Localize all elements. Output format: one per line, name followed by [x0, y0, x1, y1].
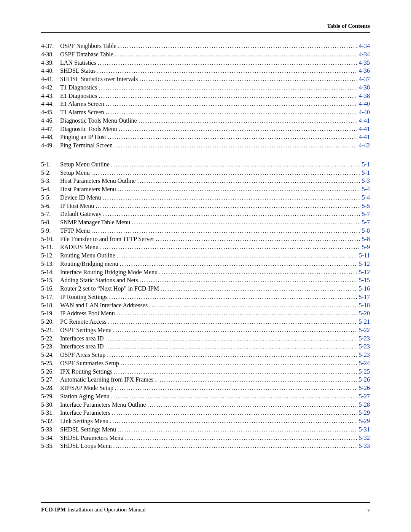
toc-entry-number: 5-12.	[41, 251, 60, 260]
toc-page-link[interactable]: 4-37	[357, 75, 370, 83]
toc-entry-number: 5-4.	[41, 185, 60, 193]
toc-entry-title: OSPF Areas Setup	[60, 351, 107, 359]
toc-entry-number: 5-13.	[41, 260, 60, 268]
toc-page-link[interactable]: 5-5	[360, 202, 370, 210]
toc-page-link[interactable]: 4-34	[357, 42, 370, 50]
toc-page-link[interactable]: 5-23	[357, 334, 370, 343]
toc-entry-number: 5-18.	[41, 301, 60, 310]
toc-row: 4-47.Diagnostic Tools Menu..............…	[41, 125, 370, 133]
toc-leader-dots: ........................................…	[139, 75, 357, 83]
toc-page-link[interactable]: 4-40	[357, 100, 370, 108]
toc-row: 5-31.Interface Parameters...............…	[41, 409, 370, 417]
toc-entry-title: Diagnostic Tools Menu Outline	[60, 117, 139, 125]
page: Table of Contents 4-37.OSPF Neighbors Ta…	[0, 0, 411, 532]
toc-entry-title: TFTP Menu	[60, 227, 91, 235]
toc-page-link[interactable]: 5-29	[357, 417, 370, 425]
toc-page-link[interactable]: 4-35	[357, 59, 370, 67]
toc-page-link[interactable]: 5-11	[357, 251, 370, 260]
toc-entry-title: IP Address Pool Menu	[60, 309, 116, 318]
toc-row: 5-15.Adding Static Stations and Nets....…	[41, 276, 370, 284]
toc-entry-number: 5-6.	[41, 202, 60, 210]
toc-page-link[interactable]: 5-28	[357, 401, 370, 409]
toc-entry-number: 5-10.	[41, 235, 60, 243]
toc-content: 4-37.OSPF Neighbors Table...............…	[41, 42, 370, 502]
toc-entry-title: Routing Menu Outline	[60, 251, 117, 260]
toc-page-link[interactable]: 4-38	[357, 83, 370, 92]
toc-entry-title: Station Aging Menu	[60, 392, 111, 401]
toc-page-link[interactable]: 5-4	[360, 185, 370, 193]
toc-leader-dots: ........................................…	[119, 260, 357, 268]
toc-entry-number: 5-35.	[41, 442, 60, 450]
toc-page-link[interactable]: 5-8	[360, 235, 370, 243]
toc-row: 5-12.Routing Menu Outline...............…	[41, 251, 370, 260]
toc-leader-dots: ........................................…	[149, 301, 357, 310]
toc-page-link[interactable]: 4-36	[357, 67, 370, 75]
toc-entry-title: IP Routing Settings	[60, 293, 109, 301]
toc-page-link[interactable]: 5-8	[360, 227, 370, 235]
toc-page-link[interactable]: 4-34	[357, 50, 370, 59]
toc-entry-title: Link Settings Menu	[60, 417, 110, 425]
toc-page-link[interactable]: 4-41	[357, 133, 370, 141]
toc-entry-title: Device ID Menu	[60, 193, 103, 202]
toc-leader-dots: ........................................…	[108, 133, 357, 141]
toc-entry-title: SHDSL Loops Menu	[60, 442, 113, 450]
toc-page-link[interactable]: 5-24	[357, 359, 370, 367]
toc-page-link[interactable]: 5-15	[357, 276, 370, 284]
toc-page-link[interactable]: 5-32	[357, 434, 370, 442]
toc-page-link[interactable]: 4-41	[357, 117, 370, 125]
toc-page-link[interactable]: 4-42	[357, 141, 370, 150]
header-title: Table of Contents	[41, 23, 370, 33]
toc-row: 5-20.PC Remote Access...................…	[41, 318, 370, 326]
toc-leader-dots: ........................................…	[159, 268, 357, 276]
toc-entry-number: 5-26.	[41, 367, 60, 376]
toc-row: 4-46.Diagnostic Tools Menu Outline......…	[41, 117, 370, 125]
toc-leader-dots: ........................................…	[105, 342, 357, 351]
toc-page-link[interactable]: 5-4	[360, 193, 370, 202]
toc-leader-dots: ........................................…	[100, 243, 360, 251]
toc-page-link[interactable]: 4-38	[357, 92, 370, 100]
toc-page-link[interactable]: 5-9	[360, 243, 370, 251]
toc-page-link[interactable]: 5-17	[357, 293, 370, 301]
toc-page-link[interactable]: 5-3	[360, 177, 370, 185]
toc-page-link[interactable]: 5-20	[357, 309, 370, 318]
toc-page-link[interactable]: 5-18	[357, 301, 370, 310]
toc-page-link[interactable]: 5-31	[357, 425, 370, 434]
toc-entry-title: Setup Menu	[60, 169, 91, 177]
toc-row: 5-18.WAN and LAN Interface Addresses....…	[41, 301, 370, 310]
toc-page-link[interactable]: 5-16	[357, 284, 370, 293]
toc-page-link[interactable]: 5-22	[357, 326, 370, 334]
toc-page-link[interactable]: 5-1	[360, 169, 370, 177]
toc-leader-dots: ........................................…	[139, 117, 357, 125]
toc-entry-number: 5-7.	[41, 210, 60, 218]
toc-page-link[interactable]: 4-41	[357, 125, 370, 133]
toc-leader-dots: ........................................…	[115, 50, 357, 59]
toc-entry-title: SHDSL Status	[60, 67, 97, 75]
toc-row: 4-42.T1 Diagnostics.....................…	[41, 83, 370, 92]
toc-entry-number: 5-28.	[41, 384, 60, 392]
toc-page-link[interactable]: 5-12	[357, 260, 370, 268]
toc-leader-dots: ........................................…	[119, 125, 357, 133]
toc-entry-number: 4-41.	[41, 75, 60, 83]
footer: FCD-IPM Installation and Operation Manua…	[41, 502, 370, 513]
toc-entry-number: 5-20.	[41, 318, 60, 326]
toc-entry-number: 5-31.	[41, 409, 60, 417]
toc-page-link[interactable]: 5-26	[357, 384, 370, 392]
toc-entry-title: IPX Routing Settings	[60, 367, 114, 376]
toc-page-link[interactable]: 5-12	[357, 268, 370, 276]
toc-page-link[interactable]: 5-21	[357, 318, 370, 326]
toc-entry-number: 4-47.	[41, 125, 60, 133]
toc-page-link[interactable]: 5-25	[357, 367, 370, 376]
toc-page-link[interactable]: 5-23	[357, 342, 370, 351]
toc-row: 5-10.File Transfer to and from TFTP Serv…	[41, 235, 370, 243]
toc-entry-number: 4-37.	[41, 42, 60, 50]
toc-page-link[interactable]: 5-23	[357, 351, 370, 359]
toc-page-link[interactable]: 5-7	[360, 210, 370, 218]
toc-page-link[interactable]: 5-27	[357, 392, 370, 401]
toc-page-link[interactable]: 4-40	[357, 108, 370, 117]
toc-page-link[interactable]: 5-29	[357, 409, 370, 417]
toc-page-link[interactable]: 5-26	[357, 375, 370, 384]
toc-page-link[interactable]: 5-1	[360, 160, 370, 169]
toc-row: 5-13.Routing/Bridging menu..............…	[41, 260, 370, 268]
toc-page-link[interactable]: 5-7	[360, 218, 370, 227]
toc-page-link[interactable]: 5-33	[357, 442, 370, 450]
